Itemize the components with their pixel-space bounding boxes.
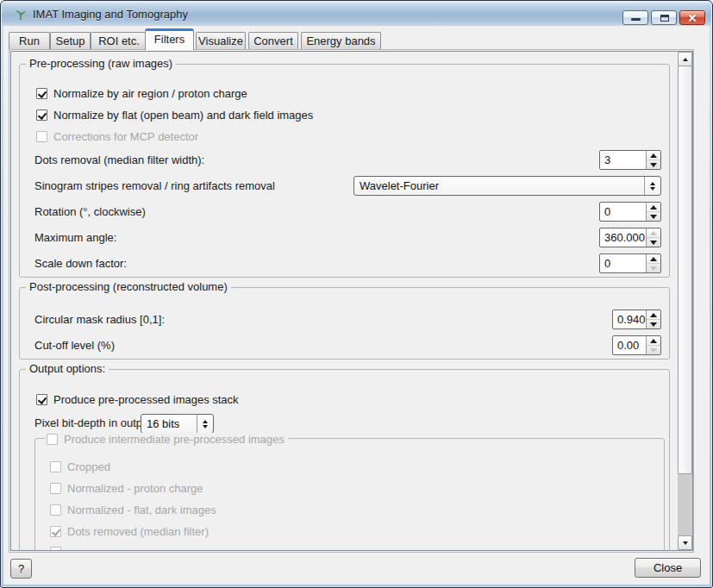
checkbox-box — [36, 88, 47, 99]
max-angle-spinbox[interactable]: 360.000 — [599, 228, 661, 247]
checkbox-label: Normalized - flat, dark images — [67, 504, 216, 516]
spinbox-value[interactable]: 0.940 — [613, 310, 646, 328]
spin-up-icon — [647, 228, 660, 237]
checkbox-box — [50, 526, 61, 537]
spin-down-icon[interactable] — [647, 319, 660, 328]
combobox-arrows-icon — [644, 177, 660, 195]
sinogram-combobox[interactable]: Wavelet-Fourier — [353, 176, 661, 196]
scroll-down-button[interactable] — [678, 535, 692, 550]
mask-radius-spinbox[interactable]: 0.940 — [612, 310, 661, 329]
group-postprocessing-title: Post-processing (reconstructed volume) — [26, 281, 231, 293]
scroll-down-icon — [683, 541, 688, 545]
dots-removal-label: Dots removal (median filter width): — [34, 153, 204, 166]
spin-up-icon[interactable] — [647, 310, 660, 319]
combobox-value: 16 bits — [141, 415, 197, 433]
combobox-value: Wavelet-Fourier — [354, 177, 644, 195]
minimize-button[interactable] — [622, 10, 648, 25]
checkbox-produce-stack[interactable]: Produce pre-processed images stack — [36, 393, 239, 406]
tab-filters[interactable]: Filters — [145, 28, 194, 50]
maximize-button[interactable] — [651, 10, 677, 25]
spinbox-buttons — [646, 310, 660, 328]
checkbox-box — [50, 461, 61, 472]
group-preprocessing-title: Pre-processing (raw images) — [26, 58, 176, 70]
dots-removal-spinbox[interactable]: 3 — [599, 150, 661, 170]
checkbox-box — [36, 109, 47, 121]
scroll-up-button[interactable] — [678, 52, 692, 66]
spinbox-buttons — [646, 336, 660, 354]
spinbox-value[interactable]: 360.000 — [600, 228, 646, 247]
spin-down-icon[interactable] — [647, 211, 660, 221]
maximize-icon — [660, 15, 669, 22]
scroll-up-icon — [683, 58, 688, 61]
bit-depth-combobox[interactable]: 16 bits — [141, 414, 214, 434]
spin-down-icon[interactable] — [647, 237, 660, 247]
checkbox-label: Produce pre-processed images stack — [53, 393, 239, 406]
checkbox-label: Normalize by air region / proton charge — [53, 87, 247, 100]
spin-down-icon — [647, 345, 660, 354]
scale-down-spinbox[interactable]: 0 — [599, 253, 661, 273]
checkbox-box — [47, 434, 58, 445]
group-output-options-title: Output options: — [26, 363, 109, 375]
application-window: IMAT Imaging and Tomography Run Setup RO… — [0, 0, 713, 588]
tab-run[interactable]: Run — [9, 32, 50, 49]
spinbox-value[interactable]: 0 — [600, 254, 646, 272]
close-button[interactable]: Close — [635, 558, 701, 578]
scale-down-label: Scale down factor: — [34, 257, 127, 270]
combobox-arrows-icon — [197, 415, 213, 433]
checkbox-cropped: Cropped — [50, 460, 110, 473]
tab-visualize[interactable]: Visualize — [196, 32, 246, 49]
sinogram-label: Sinogram stripes removal / ring artifact… — [34, 179, 275, 192]
filters-viewport: Pre-processing (raw images) Normalize by… — [11, 52, 678, 550]
spin-down-icon[interactable] — [647, 160, 660, 169]
close-icon — [688, 14, 697, 22]
mask-radius-label: Circular mask radius [0,1]: — [34, 313, 165, 326]
titlebar[interactable]: IMAT Imaging and Tomography — [2, 2, 711, 26]
checkbox-label: Dots removed (median filter) — [67, 525, 209, 538]
spinbox-value[interactable]: 3 — [600, 151, 646, 169]
spin-up-icon[interactable] — [647, 203, 660, 211]
checkbox-normalized-flat-dark: Normalized - flat, dark images — [50, 504, 216, 516]
spinbox-buttons — [646, 228, 660, 247]
spinbox-buttons — [646, 151, 660, 169]
checkbox-label: Normalized - proton charge — [67, 482, 203, 495]
checkbox-box — [50, 483, 61, 494]
checkbox-dots-removed: Dots removed (median filter) — [50, 525, 209, 538]
spinbox-value[interactable]: 0 — [600, 203, 646, 221]
spin-down-icon — [647, 263, 660, 272]
checkbox-normalize-air[interactable]: Normalize by air region / proton charge — [36, 87, 247, 100]
window-title: IMAT Imaging and Tomography — [33, 8, 188, 21]
scrollbar-thumb[interactable] — [678, 66, 692, 474]
spin-up-icon[interactable] — [647, 336, 660, 345]
checkbox-box — [50, 504, 61, 516]
checkbox-label: Produce intermediate pre-processed image… — [64, 433, 285, 446]
checkbox-mcp-corrections: Corrections for MCP detector — [36, 130, 198, 143]
checkbox-label: Corrections for MCP detector — [53, 130, 198, 143]
checkbox-box — [50, 547, 61, 550]
spinbox-buttons — [646, 203, 660, 221]
vertical-scrollbar[interactable] — [678, 52, 692, 550]
minimize-icon — [631, 18, 641, 21]
checkbox-produce-intermediate: Produce intermediate pre-processed image… — [45, 433, 288, 446]
checkbox-label: Cropped — [67, 460, 110, 473]
checkbox-box — [36, 131, 47, 142]
help-button[interactable]: ? — [10, 559, 32, 579]
close-window-button[interactable] — [679, 10, 705, 25]
checkbox-normalize-flat-dark[interactable]: Normalize by flat (open beam) and dark f… — [36, 109, 313, 122]
checkbox-label: Normalize by flat (open beam) and dark f… — [53, 109, 313, 122]
spinbox-value[interactable]: 0.00 — [613, 336, 646, 354]
cutoff-spinbox[interactable]: 0.00 — [612, 335, 661, 355]
spin-up-icon[interactable] — [647, 254, 660, 263]
tab-convert[interactable]: Convert — [248, 32, 298, 49]
tab-setup[interactable]: Setup — [50, 32, 91, 49]
cutoff-label: Cut-off level (%) — [34, 339, 115, 352]
checkbox-normalized-proton: Normalized - proton charge — [50, 482, 203, 495]
spinbox-buttons — [646, 254, 660, 272]
tab-energy-bands[interactable]: Energy bands — [301, 32, 381, 49]
tab-roi-etc[interactable]: ROI etc. — [91, 32, 147, 49]
rotation-spinbox[interactable]: 0 — [599, 202, 661, 222]
plant-icon — [14, 8, 28, 22]
max-angle-label: Maximum angle: — [34, 231, 116, 244]
spin-up-icon[interactable] — [647, 151, 660, 160]
checkbox-box — [36, 394, 47, 405]
rotation-label: Rotation (°, clockwise) — [34, 205, 146, 218]
